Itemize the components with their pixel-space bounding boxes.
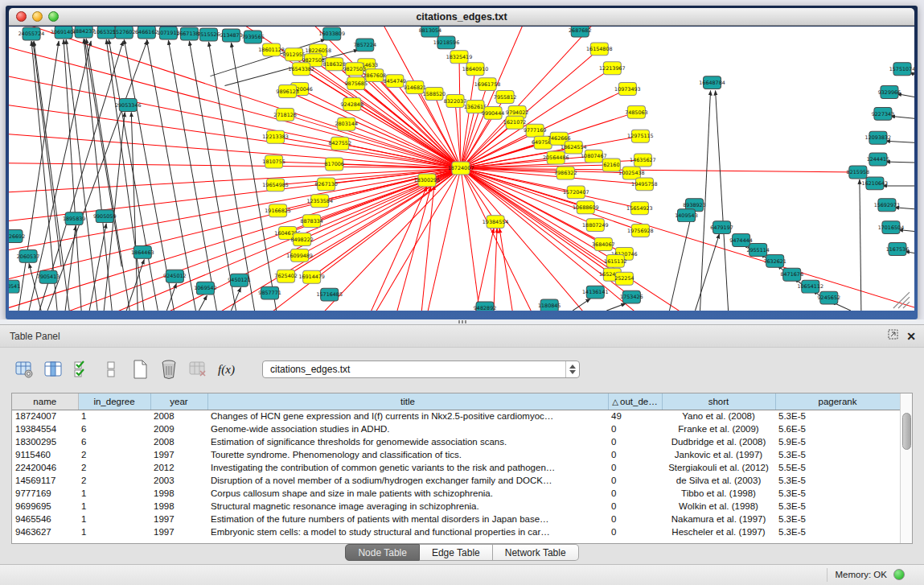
network-node-label: 7939565: [241, 34, 265, 40]
network-edge[interactable]: [166, 283, 176, 311]
cell-short: Jankovic et al. (1997): [662, 448, 775, 461]
table-row[interactable]: 969969511998Structural magnetic resonanc…: [12, 500, 900, 513]
table-row[interactable]: 1830029562008Estimation of significance …: [12, 435, 900, 448]
network-node-label: 20564486: [543, 154, 569, 161]
network-node-label: 1615132: [604, 258, 627, 265]
memory-status-indicator[interactable]: [893, 569, 905, 580]
network-window-titlebar[interactable]: citations_edges.txt: [9, 8, 914, 26]
network-node-label: 12213967: [599, 65, 626, 72]
network-edge[interactable]: [461, 69, 475, 168]
network-edge[interactable]: [64, 39, 81, 311]
network-edge[interactable]: [355, 187, 427, 311]
network-edge[interactable]: [499, 229, 518, 311]
table-panel-header: Table Panel ✕: [0, 325, 924, 348]
delete-table-icon[interactable]: [187, 359, 208, 381]
minimize-button[interactable]: [32, 11, 43, 22]
tab-node-table[interactable]: Node Table: [345, 544, 420, 561]
cell-name: 9463627: [12, 525, 78, 538]
network-edge[interactable]: [885, 141, 914, 142]
network-edge[interactable]: [9, 168, 461, 290]
network-canvas[interactable]: 2405572430691406188423710653257152760264…: [9, 27, 914, 311]
node-table-grid[interactable]: namein_degreeyeartitle△out_de…shortpager…: [12, 393, 901, 538]
column-header-in_degree[interactable]: in_degree: [78, 393, 150, 410]
delete-column-icon[interactable]: [158, 359, 179, 381]
table-row[interactable]: 2242004622012Investigating the contribut…: [12, 461, 900, 474]
memory-status-label: Memory: OK: [835, 570, 887, 579]
deselect-all-icon[interactable]: [100, 359, 121, 381]
network-edge[interactable]: [461, 84, 487, 168]
network-node-label: 18724007: [448, 165, 474, 171]
table-row[interactable]: 911546021997Tourette syndrome. Phenomeno…: [12, 448, 900, 461]
network-edge[interactable]: [669, 212, 692, 311]
network-node-label: 1409543: [675, 212, 698, 219]
table-settings-icon[interactable]: [13, 359, 35, 381]
network-edge[interactable]: [189, 41, 236, 311]
column-header-title[interactable]: title: [207, 393, 608, 410]
network-node-label: 9857771: [258, 290, 281, 296]
network-edge[interactable]: [302, 69, 461, 168]
network-edge[interactable]: [461, 168, 495, 222]
column-management-icon[interactable]: [42, 359, 64, 381]
table-scrollbar-thumb[interactable]: [902, 413, 911, 450]
tab-network-table[interactable]: Network Table: [493, 544, 579, 561]
cell-name: 9115460: [12, 448, 78, 461]
network-edge[interactable]: [9, 35, 461, 168]
table-row[interactable]: 1872400712008Changes of HCN gene express…: [12, 410, 900, 422]
cell-out_degree: 0: [608, 461, 662, 474]
tab-edge-table[interactable]: Edge Table: [420, 544, 493, 561]
function-builder-icon[interactable]: f(x): [216, 359, 237, 381]
table-toolbar: f(x) citations_edges.txt: [13, 357, 580, 381]
network-node-label: 8427552: [328, 140, 351, 146]
network-node-label: 1362615: [464, 104, 487, 110]
close-button[interactable]: [16, 11, 27, 22]
close-panel-icon[interactable]: ✕: [906, 325, 916, 348]
network-node-label: 1864463: [131, 249, 154, 256]
select-all-icon[interactable]: [71, 359, 92, 381]
table-row[interactable]: 977716911998Corpus callosum shape and si…: [12, 487, 900, 500]
zoom-button[interactable]: [48, 11, 59, 22]
column-header-pagerank[interactable]: pagerank: [775, 393, 900, 410]
network-edge[interactable]: [355, 168, 461, 311]
network-edge[interactable]: [231, 43, 276, 311]
network-edge[interactable]: [468, 229, 494, 311]
column-header-name[interactable]: name: [12, 393, 78, 410]
table-row[interactable]: 946554611997Estimation of the future num…: [12, 513, 900, 525]
canvas-resize-grip[interactable]: [893, 292, 910, 308]
new-column-icon[interactable]: [129, 359, 150, 381]
network-node-label: 9146821: [404, 84, 427, 91]
network-edge[interactable]: [89, 224, 106, 311]
network-edge[interactable]: [352, 104, 461, 168]
cell-pagerank: 5.3E-5: [775, 513, 900, 525]
network-edge[interactable]: [9, 130, 461, 168]
cell-year: 1997: [150, 525, 207, 538]
network-edge[interactable]: [288, 92, 461, 168]
network-edge[interactable]: [885, 162, 914, 163]
cell-title: Tourette syndrome. Phenomenology and cla…: [207, 448, 608, 461]
network-edge[interactable]: [716, 91, 729, 311]
network-edge[interactable]: [106, 39, 144, 311]
network-edge[interactable]: [492, 229, 497, 311]
column-header-year[interactable]: year: [150, 393, 207, 410]
network-edge[interactable]: [461, 168, 548, 311]
network-edge[interactable]: [696, 234, 720, 311]
network-edge[interactable]: [199, 295, 207, 311]
float-panel-icon[interactable]: [888, 325, 898, 348]
network-edge[interactable]: [388, 187, 431, 311]
network-edge[interactable]: [606, 303, 626, 311]
table-row[interactable]: 1456911722003Disruption of a novel membe…: [12, 474, 900, 487]
table-selector[interactable]: citations_edges.txt: [262, 360, 580, 378]
network-edge[interactable]: [33, 168, 461, 311]
table-row[interactable]: 946362711997Embryonic stem cells: a mode…: [12, 525, 900, 538]
citation-network-graph[interactable]: 2405572430691406188423710653257152760264…: [9, 27, 914, 311]
cell-pagerank: 5.3E-5: [775, 525, 900, 538]
splitter-grip-icon[interactable]: [458, 320, 468, 323]
cell-short: Yano et al. (2008): [662, 410, 775, 422]
table-scrollbar[interactable]: [900, 393, 912, 543]
network-edge[interactable]: [34, 41, 69, 311]
network-node-label: 9482892: [474, 305, 497, 311]
network-edge[interactable]: [9, 27, 461, 168]
column-header-short[interactable]: short: [662, 393, 775, 410]
table-row[interactable]: 1938455462009Genome-wide association stu…: [12, 422, 900, 435]
network-edge[interactable]: [573, 299, 590, 311]
column-header-out_degree[interactable]: △out_de…: [608, 393, 662, 410]
